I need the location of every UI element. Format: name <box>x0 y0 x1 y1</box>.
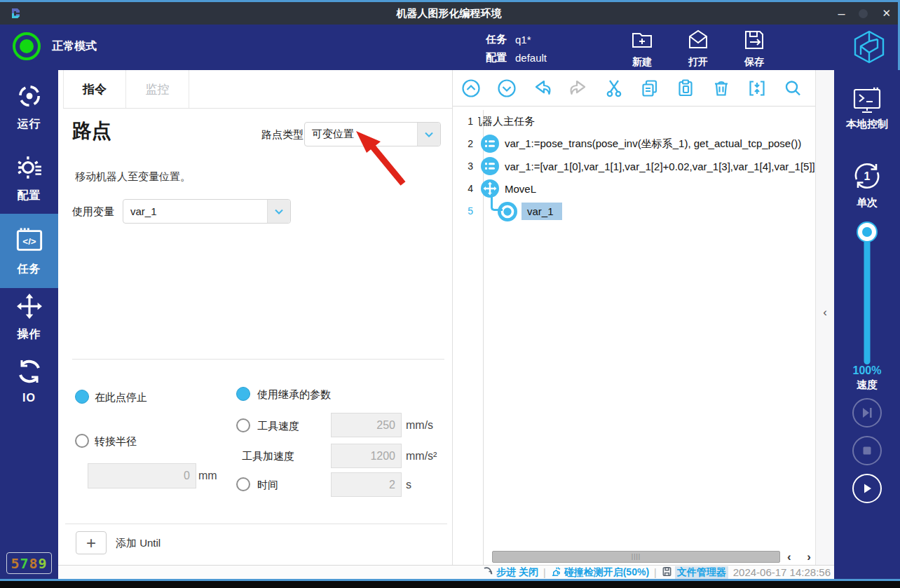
move-arrows-icon <box>16 293 43 322</box>
task-label: 任务 <box>486 33 507 46</box>
stop-button[interactable] <box>852 436 882 465</box>
move-down-icon[interactable] <box>497 78 517 98</box>
save-button[interactable]: 保存 <box>731 28 777 69</box>
blend-radius-input[interactable]: 0 <box>88 463 196 488</box>
radio-tool-speed[interactable] <box>236 418 250 432</box>
assignment-icon <box>481 157 499 175</box>
step-forward-button[interactable] <box>852 398 882 428</box>
sidebar-item-config[interactable]: 配置 <box>0 154 58 203</box>
page-title: 路点 <box>72 118 111 144</box>
radio-inherit-params[interactable] <box>236 387 250 401</box>
chevron-down-icon <box>267 200 290 223</box>
variable-label: 使用变量 <box>72 205 114 219</box>
tab-bar: 指令 监控 <box>63 70 452 109</box>
new-file-icon <box>630 28 654 55</box>
task-code-icon: </> <box>15 226 43 257</box>
task-config-info: 任务 q1* 配置 default <box>486 30 547 67</box>
tab-monitor[interactable]: 监控 <box>126 70 189 108</box>
scrollbar-thumb[interactable]: |||| <box>492 551 780 563</box>
minimize-button[interactable]: – <box>838 10 845 17</box>
local-control-label: 本地控制 <box>834 118 900 131</box>
collision-icon <box>551 566 561 579</box>
delete-icon[interactable] <box>711 78 731 98</box>
time-input[interactable]: 2 <box>331 472 402 497</box>
waypoint-panel: 指令 监控 路点 路点类型 可变位置 <box>58 70 452 565</box>
local-control-icon[interactable] <box>852 87 882 118</box>
play-button[interactable] <box>852 474 882 503</box>
window-title: 机器人图形化编程环境 <box>397 7 502 20</box>
sidebar-item-run[interactable]: 运行 <box>0 83 58 132</box>
tool-accel-unit: mm/s² <box>406 450 437 463</box>
close-button[interactable]: ✕ <box>882 7 891 20</box>
step-mode-status[interactable]: 步进 关闭 <box>483 566 538 579</box>
divider <box>72 359 444 360</box>
brand-logo-icon <box>852 29 887 64</box>
tool-accel-input[interactable]: 1200 <box>331 444 402 468</box>
collision-detect-status[interactable]: 碰撞检测开启(50%) <box>551 566 649 579</box>
tool-speed-input[interactable]: 250 <box>331 413 402 437</box>
paste-icon[interactable] <box>676 78 695 98</box>
redo-icon <box>568 78 588 98</box>
scrollbar-track[interactable]: |||| <box>454 551 783 563</box>
collapse-chevron-icon[interactable]: ‹ <box>823 306 827 320</box>
new-button[interactable]: 新建 <box>619 28 665 69</box>
tab-command[interactable]: 指令 <box>63 70 126 108</box>
add-until-label: 添加 Until <box>116 537 161 550</box>
tree-row-main-task[interactable]: 1 机器人主任务 <box>453 110 815 132</box>
sidebar-item-io[interactable]: IO <box>0 359 58 404</box>
tool-accel-label: 工具加速度 <box>242 450 294 463</box>
radio-stop-at-point[interactable] <box>75 390 89 404</box>
tree-row-assignment-2[interactable]: 3 var_1:=[var_1[0],var_1[1],var_1[2]+0.0… <box>453 155 815 177</box>
add-until-button[interactable]: + <box>76 531 107 554</box>
replace-icon[interactable] <box>747 78 767 98</box>
sidebar-item-task[interactable]: </> 任务 <box>0 214 58 288</box>
speed-slider-handle[interactable] <box>858 223 876 241</box>
waypoint-description: 移动机器人至变量位置。 <box>75 170 191 184</box>
step-arrow-icon <box>483 566 493 579</box>
scroll-left-button[interactable]: ‹ <box>787 551 791 563</box>
undo-icon[interactable] <box>533 78 552 98</box>
config-label: 配置 <box>486 51 507 64</box>
radio-time[interactable] <box>236 477 250 491</box>
variable-select[interactable]: var_1 <box>123 199 291 224</box>
divider <box>65 524 447 524</box>
mode-status-icon <box>13 32 41 60</box>
cut-icon[interactable] <box>604 78 624 98</box>
open-icon <box>686 28 710 55</box>
window-controls: – ✕ <box>838 2 891 25</box>
program-tree-panel: 1 机器人主任务 2 var_1:=pose_trans(pose_inv(坐标… <box>452 70 815 565</box>
file-manager-status[interactable]: 文件管理器 <box>662 566 728 579</box>
app-logo-icon <box>8 6 22 20</box>
time-label: 时间 <box>257 479 278 492</box>
selected-node-label: var_1 <box>521 203 562 220</box>
blend-radius-unit: mm <box>198 470 217 482</box>
copy-icon[interactable] <box>640 78 660 98</box>
search-icon[interactable] <box>783 78 803 98</box>
tree-row-assignment-1[interactable]: 2 var_1:=pose_trans(pose_inv(坐标系_1), get… <box>453 132 815 155</box>
scroll-right-button[interactable]: › <box>807 551 811 563</box>
mode-label: 正常模式 <box>52 39 97 54</box>
titlebar: 机器人图形化编程环境 – ✕ <box>0 2 898 25</box>
speed-slider-track[interactable] <box>864 231 871 364</box>
open-button[interactable]: 打开 <box>675 28 721 69</box>
move-up-icon[interactable] <box>461 78 481 98</box>
task-value: q1* <box>515 34 531 46</box>
svg-text:1: 1 <box>864 170 871 182</box>
sidebar-item-operate[interactable]: 操作 <box>0 293 58 342</box>
single-run-icon[interactable]: 1 <box>851 160 883 195</box>
horizontal-scrollbar: |||| ‹ › <box>453 550 815 563</box>
waypoint-type-select[interactable]: 可变位置 <box>304 122 441 146</box>
assignment-icon <box>481 135 499 153</box>
statusbar: 步进 关闭 | 碰撞检测开启(50%) | 文件管理器 2024-06-17 1… <box>58 565 834 579</box>
left-sidebar: 运行 配置 <box>0 70 58 579</box>
maximize-button[interactable] <box>859 9 868 18</box>
tree-row-movel[interactable]: 4 MoveL <box>453 177 815 200</box>
radio-blend-radius[interactable] <box>75 434 89 448</box>
tool-speed-unit: mm/s <box>406 419 433 432</box>
save-icon <box>742 28 766 55</box>
waypoint-type-label: 路点类型 <box>261 128 304 142</box>
clock-timestamp: 2024-06-17 14:28:56 <box>733 566 831 578</box>
tree-connector <box>491 193 503 211</box>
mode-indicator: 正常模式 <box>13 32 97 60</box>
tree-row-waypoint[interactable]: 5 var_1 <box>453 200 815 222</box>
